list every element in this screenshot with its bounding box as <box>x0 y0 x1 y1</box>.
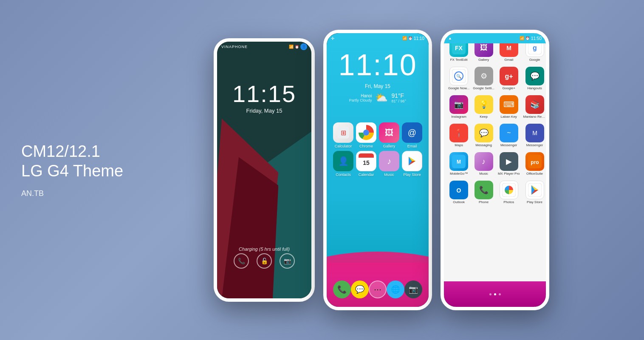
dock-phone[interactable]: 📞 <box>333 280 351 298</box>
drawer-phone[interactable]: 📞 Phone <box>472 179 495 206</box>
drawer-mantano[interactable]: 📚 Mantano Rea... <box>523 94 546 120</box>
drawer-maps[interactable]: 📍 Maps <box>447 122 470 149</box>
dock-camera[interactable]: 📷 <box>404 280 422 298</box>
drawer-googleplus[interactable]: g+ Google+ <box>497 65 521 92</box>
instagram-icon: 📷 <box>449 95 468 114</box>
phone3-bars: 📶 <box>520 36 524 40</box>
app-grid: ⊞ Calculator <box>327 122 429 177</box>
phone-lock-icon[interactable]: 📞 <box>234 253 249 269</box>
photos-icon <box>500 181 518 199</box>
svg-text:M: M <box>506 45 511 51</box>
phone2-bars: 📶 <box>402 36 407 40</box>
homescreen-bg: ✛ 📶 ⏰ 11:10 11:10 Fri, May 15 <box>327 33 429 307</box>
messaging-label: Messaging <box>475 143 492 147</box>
gallery-d-label: Gallery <box>478 58 489 62</box>
drawer-officesuite[interactable]: pro OfficeSuite <box>523 150 546 177</box>
gallery-label: Gallery <box>383 144 395 148</box>
phone3-alarm: ⏰ <box>525 37 530 40</box>
music-icon: ♪ <box>379 151 399 171</box>
messaging-icon: 💬 <box>475 124 493 142</box>
svg-text:M: M <box>457 159 461 165</box>
drawer-playstore[interactable]: Play Store <box>523 179 546 206</box>
drawer-messenger1[interactable]: ~ Messenger <box>497 122 521 149</box>
weather-widget: Hanoi Partly Cloudy ⛅ 91°F 81° / 96° <box>327 92 429 104</box>
chrome-label: Chrome <box>359 144 373 148</box>
app-contacts[interactable]: 👤 Contacts <box>333 151 353 177</box>
app-calculator[interactable]: ⊞ Calculator <box>333 122 353 148</box>
alarm-icon: ⏰ <box>295 45 299 49</box>
signal-icon: 📶 <box>289 45 294 49</box>
keep-label: Keep <box>480 115 488 119</box>
googlenow-icon: 🔍 <box>449 67 468 85</box>
dock-apps[interactable]: ⋯ <box>369 280 387 298</box>
messenger1-icon: ~ <box>500 124 518 142</box>
svg-text:~: ~ <box>507 129 511 136</box>
drawer-mxplayer[interactable]: ▶ MX Player Pro <box>497 150 521 177</box>
contacts-icon: 👤 <box>333 151 353 171</box>
dock-browser[interactable]: 🌐 <box>387 280 404 298</box>
app-gallery[interactable]: 🖼 Gallery <box>379 122 399 148</box>
drawer-keep[interactable]: 💡 Keep <box>472 94 495 120</box>
messenger2-icon: M <box>525 124 544 142</box>
drawer-labankey[interactable]: ⌨ Laban Key <box>497 94 521 120</box>
drawer-googlenow[interactable]: 🔍 Google Now... <box>447 65 470 92</box>
weather-temp: 91°F <box>391 92 406 99</box>
app-chrome[interactable]: Chrome <box>356 122 376 148</box>
drawer-mobilego[interactable]: M MobileGo™ <box>447 150 470 177</box>
svg-text:FX: FX <box>455 45 463 51</box>
app-playstore[interactable]: Play Store <box>402 151 422 177</box>
svg-rect-7 <box>359 156 374 158</box>
phone3-screen: ▲ 📶 ⏰ 11:50 FX <box>444 33 546 307</box>
unlock-icon[interactable]: 🔓 <box>257 253 272 269</box>
google-label: Google <box>529 58 540 62</box>
app-email[interactable]: @ Email <box>402 122 422 148</box>
lock-time: 11:15 <box>217 80 311 108</box>
bottom-wave: 📞 💬 ⋯ 🌐 📷 <box>327 252 429 307</box>
outlook-label: Outlook <box>453 200 465 204</box>
calendar-label: Calendar <box>359 173 374 177</box>
messenger1-label: Messenger <box>500 143 517 147</box>
phone3-bottom-bar <box>444 281 546 307</box>
drawer-googlesettings[interactable]: ⚙ Google Setti... <box>472 65 495 92</box>
phone3-time: 11:50 <box>531 36 542 41</box>
app-calendar[interactable]: 15 Calendar <box>356 151 376 177</box>
drawer-music[interactable]: ♪ Music <box>472 150 495 177</box>
phone2-signal: ✛ <box>331 36 334 41</box>
mantano-label: Mantano Rea... <box>523 115 546 119</box>
contacts-label: Contacts <box>336 173 351 177</box>
svg-text:M: M <box>532 130 537 136</box>
hangouts-label: Hangouts <box>527 86 542 90</box>
drawer-hangouts[interactable]: 💬 Hangouts <box>523 65 546 92</box>
phone1-statusbar: VINAPHONE 📶 ⏰ 👤 <box>217 42 311 52</box>
gallery-icon: 🖼 <box>379 122 399 143</box>
dock-sms[interactable]: 💬 <box>351 280 369 298</box>
lock-date: Friday, May 15 <box>217 108 311 114</box>
gplus-label: Google+ <box>503 86 515 90</box>
svg-text:g: g <box>533 44 537 51</box>
phone2-status-right: 📶 ⏰ 11:10 <box>402 36 424 41</box>
drawer-photos[interactable]: Photos <box>497 179 521 206</box>
user-icon: 👤 <box>300 43 307 50</box>
officesuite-label: OfficeSuite <box>526 172 543 176</box>
drawer-messenger2[interactable]: M Messenger <box>523 122 546 149</box>
photos-label: Photos <box>503 200 514 204</box>
drawer-instagram[interactable]: 📷 Instagram <box>447 94 470 120</box>
appdrawer-bg: ▲ 📶 ⏰ 11:50 FX <box>444 33 546 307</box>
drawer-outlook[interactable]: O Outlook <box>447 179 470 206</box>
music-d-icon: ♪ <box>475 152 493 171</box>
carrier-label: VINAPHONE <box>221 45 248 49</box>
email-label: Email <box>407 144 417 148</box>
weather-temp-block: 91°F 81° / 96° <box>391 92 406 103</box>
app-music[interactable]: ♪ Music <box>379 151 399 177</box>
bottom-dot-3 <box>499 293 501 295</box>
phone3-statusbar: ▲ 📶 ⏰ 11:50 <box>444 33 546 43</box>
weather-icon: ⛅ <box>375 92 388 104</box>
camera-lock-icon[interactable]: 📷 <box>280 253 295 269</box>
drawer-messaging[interactable]: 💬 Messaging <box>472 122 495 149</box>
page-title: CM12/12.1 LG G4 Theme <box>21 142 136 181</box>
phone-d-label: Phone <box>479 200 489 204</box>
bottom-dot-1 <box>489 293 491 295</box>
svg-text:pro: pro <box>531 159 539 165</box>
svg-text:15: 15 <box>363 159 370 166</box>
phone1-screen: VINAPHONE 📶 ⏰ 👤 11:15 Friday, M <box>217 42 311 298</box>
